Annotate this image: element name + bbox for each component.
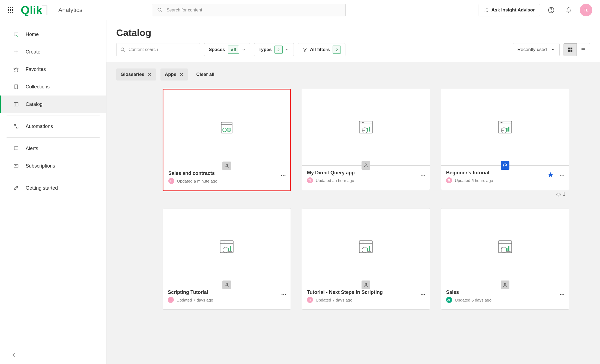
svg-point-61 [563, 175, 565, 176]
catalog-card[interactable]: Tutorial - Next Steps in ScriptingTLUpda… [302, 208, 430, 310]
spaces-filter-label: Spaces [209, 47, 225, 52]
svg-point-0 [158, 8, 161, 11]
sidebar-item-home[interactable]: Home [0, 26, 106, 43]
qlik-logo[interactable]: Qlik⏋ [21, 4, 52, 17]
svg-rect-24 [571, 48, 572, 50]
card-more-button[interactable] [420, 292, 426, 298]
content-search-input[interactable]: Content search [116, 43, 200, 56]
app-launcher-icon[interactable] [8, 7, 14, 13]
card-updated: Updated 6 days ago [455, 298, 491, 302]
card-thumbnail [163, 208, 291, 285]
clear-all-button[interactable]: Clear all [192, 72, 218, 77]
types-filter[interactable]: Types 2 [254, 43, 294, 56]
spaces-filter-badge: All [228, 46, 239, 54]
sidebar-item-favorites[interactable]: Favorites [0, 61, 106, 78]
close-icon[interactable]: ✕ [148, 71, 152, 77]
list-view-button[interactable] [577, 43, 590, 56]
global-search-input[interactable]: Search for content [152, 4, 346, 16]
svg-point-78 [361, 242, 362, 243]
svg-rect-23 [568, 48, 570, 50]
card-thumbnail [302, 89, 430, 165]
svg-point-17 [16, 187, 17, 188]
card-meta: TLUpdated 5 hours ago [446, 177, 564, 183]
card-title: Scripting Tutorial [168, 290, 286, 295]
user-avatar[interactable]: TL [580, 4, 592, 16]
card-meta: TLUpdated an hour ago [307, 177, 425, 183]
card-more-button[interactable] [559, 292, 565, 298]
all-filters[interactable]: All filters 2 [298, 43, 345, 56]
mail-icon [13, 163, 19, 169]
notifications-button[interactable] [562, 4, 575, 16]
svg-rect-44 [367, 128, 368, 132]
sidebar-item-label: Collections [26, 84, 50, 90]
svg-marker-62 [548, 172, 553, 177]
filter-tag-apps[interactable]: Apps ✕ [160, 68, 188, 80]
help-button[interactable] [545, 4, 557, 16]
sidebar-item-subscriptions[interactable]: Subscriptions [0, 157, 106, 175]
catalog-card[interactable]: Sales and contractsTLUpdated a minute ag… [163, 89, 291, 191]
sidebar-separator [7, 137, 100, 138]
sidebar-item-catalog[interactable]: Catalog [0, 96, 106, 113]
svg-point-75 [285, 294, 286, 295]
svg-point-50 [424, 175, 425, 176]
catalog-card[interactable]: Scripting TutorialTLUpdated 7 days ago [163, 208, 291, 310]
sidebar-item-getting-started[interactable]: Getting started [0, 179, 106, 197]
catalog-card[interactable]: Beginner's tutorialTLUpdated 5 hours ago [441, 89, 569, 190]
svg-point-97 [560, 294, 561, 295]
close-icon[interactable]: ✕ [180, 71, 184, 77]
svg-rect-39 [359, 121, 372, 133]
svg-rect-69 [228, 248, 229, 251]
svg-point-84 [365, 283, 367, 285]
svg-point-41 [361, 122, 362, 123]
card-more-button[interactable] [280, 173, 286, 179]
card-more-button[interactable] [420, 172, 426, 178]
filter-tag-label: Glossaries [121, 72, 144, 77]
svg-point-60 [562, 175, 563, 176]
svg-point-79 [362, 242, 363, 243]
svg-rect-94 [508, 246, 509, 251]
global-search-placeholder: Search for content [166, 8, 202, 13]
card-meta: TLUpdated a minute ago [168, 178, 285, 184]
card-meta: TLUpdated 7 days ago [307, 297, 425, 303]
sidebar-item-create[interactable]: Create [0, 43, 106, 61]
svg-point-63 [558, 194, 559, 195]
list-icon [581, 47, 586, 52]
sidebar-item-label: Getting started [26, 185, 58, 191]
svg-rect-70 [230, 246, 231, 251]
sidebar-item-label: Automations [26, 124, 53, 129]
sidebar-item-alerts[interactable]: Alerts [0, 140, 106, 157]
svg-rect-11 [14, 124, 16, 126]
ask-insight-button[interactable]: Ask Insight Advisor [479, 4, 540, 16]
catalog-card[interactable]: My Direct Query appTLUpdated an hour ago [302, 89, 430, 190]
sidebar-item-automations[interactable]: Automations [0, 118, 106, 135]
sidebar-item-collections[interactable]: Collections [0, 78, 106, 96]
alert-icon [13, 145, 19, 151]
card-more-button[interactable] [281, 292, 287, 298]
spaces-filter[interactable]: Spaces All [204, 43, 250, 56]
catalog-card[interactable]: SalesAEUpdated 6 days ago [441, 208, 569, 310]
svg-point-91 [501, 242, 502, 243]
card-title: Sales and contracts [168, 171, 285, 176]
svg-rect-30 [221, 122, 232, 133]
card-title: Tutorial - Next Steps in Scripting [307, 290, 425, 295]
catalog-canvas: Glossaries ✕ Apps ✕ Clear all Sales and … [106, 62, 600, 364]
filter-tag-glossaries[interactable]: Glossaries ✕ [116, 68, 156, 80]
personal-space-icon [362, 281, 370, 289]
svg-rect-12 [17, 127, 18, 128]
svg-point-73 [282, 294, 283, 295]
svg-rect-64 [220, 241, 233, 253]
svg-point-66 [222, 242, 222, 243]
svg-point-5 [17, 35, 18, 36]
svg-point-90 [500, 242, 501, 243]
owner-avatar: TL [168, 297, 174, 303]
grid-view-button[interactable] [564, 43, 577, 56]
top-right-tools: Ask Insight Advisor TL [479, 4, 592, 16]
card-view-count: 1 [441, 190, 569, 197]
filter-tag-label: Apps [165, 72, 177, 77]
sort-dropdown[interactable]: Recently used [513, 43, 560, 56]
card-thumbnail [163, 89, 290, 166]
collapse-sidebar-button[interactable] [12, 352, 18, 359]
breadcrumb[interactable]: Analytics [58, 7, 82, 14]
favorite-star-icon[interactable] [548, 172, 554, 179]
card-more-button[interactable] [559, 172, 565, 178]
